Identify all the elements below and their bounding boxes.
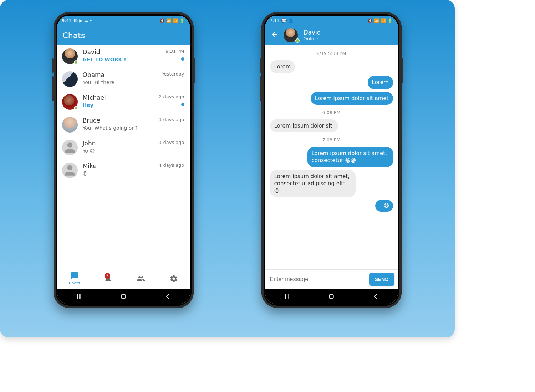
status-bar: 7:13 💬 👤 🔇 📶 📶 🔋 bbox=[265, 16, 398, 26]
chat-item[interactable]: MichaelHey2 days ago bbox=[57, 91, 190, 113]
unread-dot-icon bbox=[181, 103, 184, 106]
chat-preview: Yo 😄 bbox=[83, 148, 152, 154]
tab-groups[interactable] bbox=[136, 274, 146, 283]
recents-icon[interactable] bbox=[76, 293, 83, 300]
chat-time: 3 days ago bbox=[159, 140, 184, 145]
message-incoming[interactable]: Lorem ipsum dolor sit amet, consectetur … bbox=[270, 170, 356, 197]
message-outgoing[interactable]: Lorem ipsum dolor sit amet, consectetur … bbox=[307, 147, 393, 167]
people-icon bbox=[136, 274, 146, 283]
chat-time: 3 days ago bbox=[159, 117, 184, 122]
status-left-icons: 💬 👤 bbox=[281, 18, 294, 23]
tab-notifications[interactable]: 2 bbox=[104, 274, 112, 283]
composer: SEND bbox=[265, 269, 398, 289]
chat-list[interactable]: DavidGET TO WORK !8:31 PMObamaYou: Hi th… bbox=[57, 45, 190, 268]
send-button[interactable]: SEND bbox=[369, 273, 394, 286]
online-indicator-icon bbox=[74, 60, 78, 65]
chat-time: Yesterday bbox=[162, 71, 184, 77]
tab-chats-label: Chats bbox=[69, 281, 80, 285]
message-input[interactable] bbox=[269, 273, 366, 286]
avatar bbox=[62, 140, 78, 155]
android-nav-bar bbox=[57, 289, 190, 304]
unread-dot-icon bbox=[181, 57, 184, 61]
chat-preview: 😆 bbox=[83, 171, 152, 176]
status-time: 7:13 bbox=[270, 18, 280, 23]
chat-name: David bbox=[83, 48, 152, 56]
message-timestamp: 8/19 5:08 PM bbox=[270, 51, 393, 56]
home-icon[interactable] bbox=[328, 293, 335, 300]
chat-item[interactable]: Mike😆4 days ago bbox=[57, 159, 190, 182]
online-indicator-icon bbox=[74, 106, 78, 110]
chat-time: 4 days ago bbox=[159, 163, 184, 168]
message-incoming[interactable]: Lorem bbox=[270, 60, 295, 73]
back-nav-icon[interactable] bbox=[164, 293, 171, 300]
app-bar: Chats bbox=[57, 26, 190, 45]
avatar bbox=[62, 163, 78, 178]
online-indicator-icon bbox=[295, 38, 300, 43]
contact-name: David bbox=[304, 29, 321, 36]
message-outgoing[interactable]: ...😄 bbox=[375, 200, 393, 211]
contact-status: Online bbox=[304, 36, 321, 41]
chat-preview: GET TO WORK ! bbox=[83, 57, 152, 62]
message-incoming[interactable]: Lorem ipsum dolor sit. bbox=[270, 119, 338, 132]
message-timestamp: 6:08 PM bbox=[270, 110, 393, 115]
conversation-view[interactable]: 8/19 5:08 PMLoremLoremLorem ipsum dolor … bbox=[265, 45, 398, 269]
chat-time: 8:31 PM bbox=[165, 48, 184, 54]
message-outgoing[interactable]: Lorem ipsum dolor sit amet bbox=[311, 92, 393, 105]
app-title: Chats bbox=[63, 31, 85, 40]
avatar bbox=[62, 117, 78, 133]
arrow-left-icon bbox=[271, 31, 279, 38]
message-outgoing[interactable]: Lorem bbox=[368, 76, 393, 89]
tab-chats[interactable]: Chats bbox=[69, 272, 80, 285]
chat-item[interactable]: DavidGET TO WORK !8:31 PM bbox=[57, 45, 190, 68]
message-timestamp: 7:08 PM bbox=[270, 137, 393, 143]
chat-preview: Hey bbox=[83, 102, 152, 108]
status-right-icons: 🔇 📶 📶 🔋 bbox=[159, 18, 185, 23]
chat-name: John bbox=[83, 140, 152, 147]
svg-rect-0 bbox=[121, 294, 126, 299]
android-nav-bar bbox=[265, 289, 398, 304]
chat-name: Mike bbox=[83, 163, 152, 170]
chat-icon bbox=[70, 272, 79, 280]
back-button[interactable] bbox=[271, 31, 279, 40]
chat-name: Michael bbox=[83, 94, 152, 102]
svg-rect-1 bbox=[329, 294, 333, 299]
app-bar: David Online bbox=[265, 26, 398, 45]
status-right-icons: 🔇 📶 📶 🔋 bbox=[367, 18, 393, 23]
bottom-nav: Chats 2 bbox=[57, 268, 190, 289]
tab-settings[interactable] bbox=[169, 274, 178, 283]
chat-time: 2 days ago bbox=[159, 94, 184, 99]
notification-badge: 2 bbox=[105, 273, 110, 279]
chat-preview: You: What's going on? bbox=[83, 125, 152, 131]
chat-item[interactable]: BruceYou: What's going on?3 days ago bbox=[57, 113, 190, 136]
chat-name: Obama bbox=[83, 71, 152, 79]
avatar bbox=[62, 71, 78, 87]
status-left-icons: 🖼 ▶ ☁ • bbox=[73, 18, 92, 23]
chat-preview: You: Hi there bbox=[83, 79, 152, 85]
recents-icon[interactable] bbox=[284, 293, 291, 300]
chat-item[interactable]: JohnYo 😄3 days ago bbox=[57, 136, 190, 159]
chat-name: Bruce bbox=[83, 117, 152, 124]
home-icon[interactable] bbox=[120, 293, 127, 300]
chat-item[interactable]: ObamaYou: Hi thereYesterday bbox=[57, 68, 190, 91]
gear-icon bbox=[169, 274, 178, 283]
phone-conversation: 7:13 💬 👤 🔇 📶 📶 🔋 bbox=[261, 12, 402, 308]
status-bar: 9:41 🖼 ▶ ☁ • 🔇 📶 📶 🔋 bbox=[57, 16, 190, 26]
back-nav-icon[interactable] bbox=[372, 293, 379, 300]
status-time: 9:41 bbox=[62, 18, 72, 23]
phone-chat-list: 9:41 🖼 ▶ ☁ • 🔇 📶 📶 🔋 Chats DavidGET TO W… bbox=[54, 12, 194, 308]
